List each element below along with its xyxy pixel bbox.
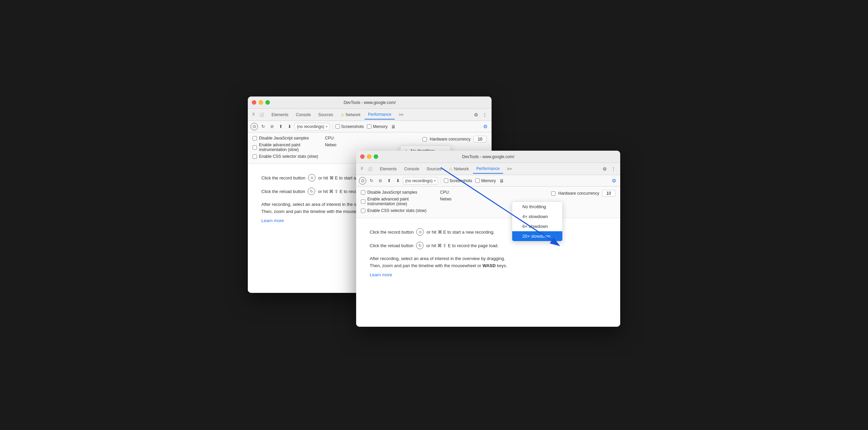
advanced-paint-item-front: Enable advanced paint instrumentation (s…	[361, 197, 427, 206]
advanced-paint-labels-back: Enable advanced paint instrumentation (s…	[259, 143, 300, 152]
css-selector-label-front: Enable CSS selector stats (slow)	[367, 208, 427, 213]
tab-performance-back[interactable]: Performance	[365, 110, 395, 120]
memory-group-back: Memory	[367, 124, 387, 129]
record-instruction-front: Click the record button ⊙ or hit ⌘ E to …	[370, 228, 607, 236]
upload-btn-front[interactable]: ⬆	[385, 177, 393, 185]
css-selector-item-front: Enable CSS selector stats (slow)	[361, 208, 427, 213]
tab-network-front[interactable]: ⚠Network	[446, 164, 472, 174]
devtools-window-front: DevTools - www.google.com/ ⠿ ⬜ Elements …	[356, 151, 620, 327]
gear-icon-front[interactable]: ⚙	[601, 165, 609, 173]
download-btn-front[interactable]: ⬇	[394, 177, 402, 185]
settings-hardware-front: Hardware concurrency	[551, 190, 615, 197]
gear-icon-back[interactable]: ⚙	[472, 111, 480, 119]
cpu-label-back: CPU:	[325, 136, 335, 141]
hardware-check-front[interactable]	[551, 191, 556, 196]
devtools-icon-front[interactable]: ⠿	[359, 166, 365, 172]
concurrency-input-back[interactable]	[473, 136, 487, 143]
upload-btn-back[interactable]: ⬆	[277, 123, 284, 130]
more-icon-front[interactable]: ⋮	[609, 165, 617, 173]
recordings-select-front[interactable]: (no recordings) ▾	[403, 177, 438, 185]
screenshots-check-back[interactable]	[335, 124, 340, 129]
disable-js-item-front: Disable JavaScript samples	[361, 190, 427, 195]
stop-btn-back[interactable]: ⊘	[268, 123, 276, 130]
maximize-button-front[interactable]	[374, 154, 378, 159]
computer-icon-back: 🖥	[391, 124, 396, 129]
reload-text-back: Click the reload button	[261, 189, 305, 194]
minimize-button-front[interactable]	[367, 154, 371, 159]
settings-cog-back[interactable]: ⚙	[481, 123, 489, 130]
settings-panel-front: Disable JavaScript samples Enable advanc…	[356, 187, 620, 218]
tab-sources-front[interactable]: Sources	[423, 164, 445, 174]
advanced-paint-check-back[interactable]	[253, 145, 257, 150]
20x-slowdown-front[interactable]: 20× slowdown	[512, 231, 562, 241]
tab-more-back[interactable]: >>	[395, 110, 407, 120]
tab-console-front[interactable]: Console	[401, 164, 422, 174]
screenshots-group-back: Screenshots	[335, 124, 364, 129]
disable-js-item-back: Disable JavaScript samples	[253, 136, 318, 141]
tab-sources-back[interactable]: Sources	[315, 110, 337, 120]
record-suffix-front: or hit ⌘ E to start a new recording.	[427, 230, 495, 235]
minimize-button-back[interactable]	[259, 100, 263, 105]
advanced-paint-check-front[interactable]	[361, 199, 365, 204]
info-text-front: After recording, select an area of inter…	[370, 256, 505, 261]
traffic-lights-front	[360, 154, 378, 159]
network-label-front: Netwo	[440, 197, 452, 201]
tab-console-back[interactable]: Console	[292, 110, 314, 120]
reload-btn-back[interactable]: ↻	[259, 123, 267, 130]
settings-right-front: CPU: Netwo	[440, 190, 452, 201]
tab-more-front[interactable]: >>	[504, 164, 515, 174]
css-selector-label-back: Enable CSS selector stats (slow)	[259, 154, 318, 159]
css-selector-item-back: Enable CSS selector stats (slow)	[253, 154, 318, 159]
recordings-select-back[interactable]: (no recordings) ▾	[295, 123, 330, 130]
stop-btn-front[interactable]: ⊘	[376, 177, 384, 185]
traffic-lights-back	[252, 100, 270, 105]
hardware-check-back[interactable]	[422, 137, 427, 142]
reload-suffix-front: or hit ⌘ ⇧ E to record the page load.	[426, 243, 498, 248]
css-selector-check-front[interactable]	[361, 209, 365, 213]
close-button-back[interactable]	[252, 100, 256, 105]
close-button-front[interactable]	[360, 154, 365, 159]
4x-slowdown-front[interactable]: 4× slowdown	[512, 212, 562, 221]
disable-js-check-front[interactable]	[361, 190, 365, 195]
computer-icon-front: 🖥	[499, 178, 504, 184]
memory-group-front: Memory	[475, 178, 496, 183]
tab-icons-back: ⠿ ⬜	[251, 112, 265, 118]
maximize-button-back[interactable]	[265, 100, 270, 105]
devtools-icon-back[interactable]: ⠿	[251, 112, 257, 118]
tab-icons-front: ⠿ ⬜	[359, 166, 373, 172]
tab-elements-front[interactable]: Elements	[376, 164, 400, 174]
select-arrow-back: ▾	[326, 125, 327, 128]
download-btn-back[interactable]: ⬇	[286, 123, 293, 130]
tabbar-back: ⠿ ⬜ Elements Console Sources ⚠Network Pe…	[248, 109, 492, 121]
network-row-front: Netwo	[440, 197, 452, 201]
6x-slowdown-front[interactable]: 6× slowdown	[512, 221, 562, 231]
inspect-icon-back[interactable]: ⬜	[259, 112, 265, 118]
inspect-icon-front[interactable]: ⬜	[367, 166, 373, 172]
record-btn-front[interactable]: ⊙	[359, 177, 366, 185]
divider1-back	[332, 124, 333, 130]
hardware-row-front: Hardware concurrency	[551, 190, 615, 197]
screenshots-label-front: Screenshots	[450, 178, 472, 183]
disable-js-check-back[interactable]	[253, 136, 257, 141]
concurrency-input-front[interactable]	[602, 190, 615, 197]
no-throttling-front[interactable]: No throttling	[512, 202, 562, 212]
tab-performance-front[interactable]: Performance	[473, 164, 503, 174]
more-icon-back[interactable]: ⋮	[481, 111, 489, 119]
tab-network-back[interactable]: ⚠Network	[337, 110, 364, 120]
window-content-front: ⠿ ⬜ Elements Console Sources ⚠Network Pe…	[356, 163, 620, 327]
memory-check-back[interactable]	[367, 124, 371, 129]
recordings-value-front: (no recordings)	[405, 178, 433, 183]
screenshots-check-front[interactable]	[444, 178, 448, 183]
record-btn-back[interactable]: ⊙	[251, 123, 258, 130]
memory-check-front[interactable]	[475, 178, 480, 183]
warning-icon-network-front: ⚠	[449, 167, 453, 171]
reload-btn-front[interactable]: ↻	[368, 177, 375, 185]
hardware-label-front: Hardware concurrency	[558, 191, 599, 196]
cpu-label-front: CPU:	[440, 190, 450, 195]
learn-more-front[interactable]: Learn more	[370, 272, 607, 277]
tab-elements-back[interactable]: Elements	[268, 110, 292, 120]
screenshots-group-front: Screenshots	[444, 178, 472, 183]
settings-cog-front[interactable]: ⚙	[610, 177, 617, 185]
css-selector-check-back[interactable]	[253, 154, 257, 159]
select-arrow-front: ▾	[434, 179, 436, 182]
